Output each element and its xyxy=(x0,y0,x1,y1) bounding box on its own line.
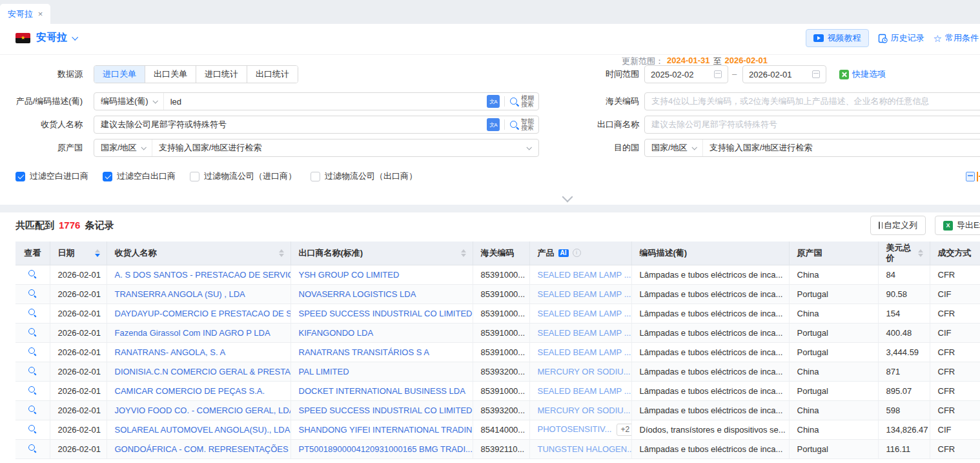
product-link[interactable]: SEALED BEAM LAMP ... xyxy=(538,347,631,357)
exporter-input[interactable]: 建议去除公司尾部字符或特殊符号 xyxy=(644,116,980,134)
destination-country-input[interactable]: 支持输入国家/地区进行检索 xyxy=(703,142,980,154)
consignee-link[interactable]: Fazenda Girassol Com IND AGRO P LDA xyxy=(107,323,291,342)
view-cell[interactable] xyxy=(15,439,50,458)
export-excel-button[interactable]: 导出Exc xyxy=(935,216,980,235)
exporter-link[interactable]: NOVASERRA LOGISTICS LDA xyxy=(291,284,473,304)
view-cell[interactable] xyxy=(15,400,50,420)
country-selector[interactable]: 安哥拉 xyxy=(36,31,77,45)
exporter-link[interactable]: PAL LIMITED xyxy=(291,362,473,381)
product-cell[interactable]: SEALED BEAM LAMP ... xyxy=(529,323,631,342)
view-record-icon[interactable] xyxy=(28,366,37,375)
start-date-input[interactable]: 2025-02-02 xyxy=(644,65,728,83)
consignee-link[interactable]: DIONISIA.C.N COMERCIO GERAL & PRESTA... xyxy=(107,362,291,381)
datasource-tab[interactable]: 进口统计 xyxy=(196,66,247,83)
consignee-link[interactable]: RANATRANS- ANGOLA, S. A xyxy=(107,342,291,362)
consignee-link[interactable]: CAMICAR COMERCIO DE PEÇAS S.A. xyxy=(107,381,291,400)
product-field-select[interactable]: 编码描述(葡) xyxy=(94,93,164,110)
product-more-badge[interactable]: +2 xyxy=(617,424,631,436)
view-record-icon[interactable] xyxy=(28,405,37,414)
end-date-input[interactable]: 2026-02-01 xyxy=(742,65,826,83)
checkbox-checked-icon[interactable] xyxy=(15,172,25,181)
product-link[interactable]: PHOTOSENSITIV... xyxy=(538,424,612,434)
filter-checkbox[interactable]: 过滤物流公司（出口商） xyxy=(311,170,417,182)
hs-code-input[interactable]: 支持4位以上海关编码，或2位海关编码加上产品描述、企业名称的任意信息 xyxy=(644,92,980,110)
quick-options-button[interactable]: 快捷选项 xyxy=(839,65,886,83)
product-link[interactable]: SEALED BEAM LAMP ... xyxy=(538,309,631,318)
product-link[interactable]: MERCURY OR SODIU... xyxy=(538,367,631,376)
datasource-tab[interactable]: 出口关单 xyxy=(145,66,196,83)
product-cell[interactable]: PHOTOSENSITIV...+2 xyxy=(529,420,631,439)
view-cell[interactable] xyxy=(15,342,50,362)
view-cell[interactable] xyxy=(15,420,50,439)
consignee-link[interactable]: JOYVIO FOOD CO. - COMERCIO GERAL, LDA xyxy=(107,400,291,420)
product-cell[interactable]: SEALED BEAM LAMP ... xyxy=(529,381,631,400)
col-date[interactable]: 日期 xyxy=(50,242,107,265)
view-record-icon[interactable] xyxy=(28,308,37,317)
tab-close-icon[interactable]: × xyxy=(38,9,43,19)
col-exporter[interactable]: 出口商名称(标准) xyxy=(291,242,473,265)
checkbox-unchecked-icon[interactable] xyxy=(311,172,320,181)
datasource-tab[interactable]: 进口关单 xyxy=(94,66,145,83)
exporter-link[interactable]: RANATRANS TRANSITÁRIOS S A xyxy=(291,342,473,362)
translate-icon[interactable] xyxy=(487,118,500,131)
product-cell[interactable]: SEALED BEAM LAMP ... xyxy=(529,284,631,304)
info-icon[interactable] xyxy=(573,249,581,257)
exporter-link[interactable]: PT50018900004120931000165 BMG TRADI... xyxy=(291,439,473,458)
product-link[interactable]: TUNGSTEN HALOGEN... xyxy=(538,444,632,454)
tab-angola[interactable]: 安哥拉 × xyxy=(0,4,50,24)
product-link[interactable]: SEALED BEAM LAMP ... xyxy=(538,270,631,280)
view-cell[interactable] xyxy=(15,284,50,304)
consignee-link[interactable]: SOLAREAL AUTOMOVEL ANGOLA(SU)., LDA xyxy=(107,420,291,439)
view-cell[interactable] xyxy=(15,381,50,400)
view-record-icon[interactable] xyxy=(28,347,37,356)
consignee-link[interactable]: TRANSERRA ANGOLA (SU) , LDA xyxy=(107,284,291,304)
view-record-icon[interactable] xyxy=(28,289,37,298)
filter-checkbox[interactable]: 过滤空白出口商 xyxy=(103,170,176,182)
destination-region-select[interactable]: 国家/地区 xyxy=(645,139,703,156)
view-cell[interactable] xyxy=(15,362,50,381)
save-condition-icon[interactable] xyxy=(966,172,975,181)
consignee-link[interactable]: A. S DOS SANTOS - PRESTACAO DE SERVIC... xyxy=(107,265,291,284)
product-cell[interactable]: MERCURY OR SODIU... xyxy=(529,362,631,381)
sort-icon[interactable] xyxy=(918,249,923,257)
exporter-link[interactable]: YSH GROUP CO LIMITED xyxy=(291,265,473,284)
product-cell[interactable]: SEALED BEAM LAMP ... xyxy=(529,265,631,284)
product-search-input[interactable]: led xyxy=(164,97,487,107)
exporter-link[interactable]: SPEED SUCCESS INDUSTRIAL CO LIMITED xyxy=(291,400,473,420)
sort-icon[interactable] xyxy=(279,249,284,257)
view-record-icon[interactable] xyxy=(28,269,37,278)
collapse-filters-chevron[interactable] xyxy=(562,192,573,203)
col-consignee[interactable]: 收货人名称 xyxy=(107,242,291,265)
view-cell[interactable] xyxy=(15,323,50,342)
origin-country-input[interactable]: 支持输入国家/地区进行检索 xyxy=(152,142,527,154)
checkbox-checked-icon[interactable] xyxy=(103,172,112,181)
favorites-button[interactable]: ☆ 常用条件 xyxy=(934,32,979,44)
product-link[interactable]: SEALED BEAM LAMP ... xyxy=(538,328,631,338)
translate-icon[interactable] xyxy=(487,95,500,108)
product-link[interactable]: SEALED BEAM LAMP ... xyxy=(538,289,631,299)
history-button[interactable]: 历史记录 xyxy=(878,32,924,44)
filter-checkbox[interactable]: 过滤物流公司（进口商） xyxy=(190,170,296,182)
consignee-input[interactable]: 建议去除公司尾部字符或特殊符号 xyxy=(94,119,487,130)
view-record-icon[interactable] xyxy=(28,444,37,453)
fuzzy-search-button[interactable]: 模糊搜索 xyxy=(509,95,535,108)
datasource-tab[interactable]: 出口统计 xyxy=(247,66,298,83)
product-link[interactable]: SEALED BEAM LAMP ... xyxy=(538,386,631,396)
view-record-icon[interactable] xyxy=(28,386,37,395)
product-link[interactable]: MERCURY OR SODIU... xyxy=(538,406,631,415)
consignee-link[interactable]: DAYDAYUP-COMERCIO E PRESTACAO DE S... xyxy=(107,304,291,323)
sort-icon[interactable] xyxy=(95,249,100,257)
view-cell[interactable] xyxy=(15,304,50,323)
product-cell[interactable]: TUNGSTEN HALOGEN... xyxy=(529,439,631,458)
checkbox-unchecked-icon[interactable] xyxy=(190,172,199,181)
exporter-link[interactable]: DOCKET INTERNATIONAL BUSINESS LDA xyxy=(291,381,473,400)
col-usd-total[interactable]: 美元总价 xyxy=(878,242,930,265)
product-cell[interactable]: MERCURY OR SODIU... xyxy=(529,400,631,420)
video-tutorial-button[interactable]: 视频教程 xyxy=(806,29,869,47)
exporter-link[interactable]: KIFANGONDO LDA xyxy=(291,323,473,342)
exporter-link[interactable]: SPEED SUCCESS INDUSTRIAL CO LIMITED xyxy=(291,304,473,323)
exporter-link[interactable]: SHANDONG YIFEI INTERNATIONAL TRADIN... xyxy=(291,420,473,439)
customize-columns-button[interactable]: 自定义列 xyxy=(870,216,926,235)
filter-checkbox[interactable]: 过滤空白进口商 xyxy=(15,170,88,182)
view-record-icon[interactable] xyxy=(28,424,37,433)
